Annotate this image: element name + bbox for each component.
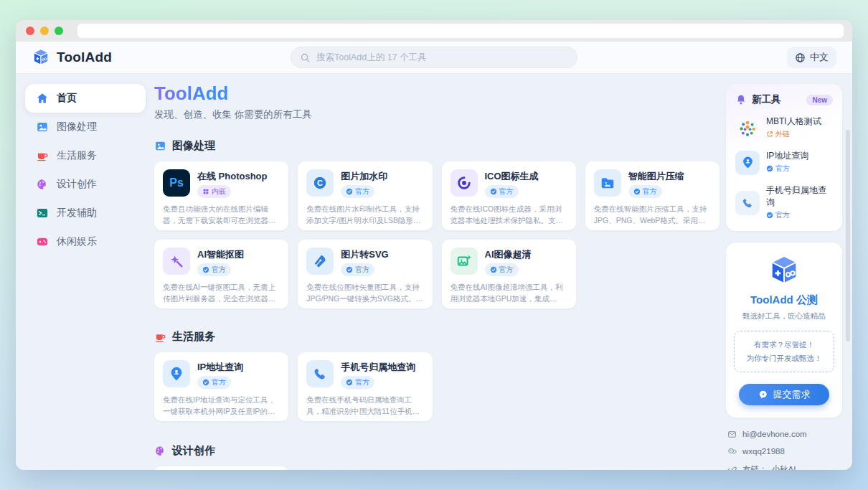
- sidebar: 首页 图像处理 生活服务 设计创作: [25, 84, 146, 256]
- search-icon: [300, 52, 311, 63]
- section-title: 图像处理: [172, 139, 215, 153]
- tool-card-ip-lookup[interactable]: IP地址查询 官方 免费在线IP地址查询与定位工具，一键获取本机外网IP及任意I…: [154, 352, 288, 421]
- tool-card-ai-upscale[interactable]: AI图像超清 官方 免费在线AI图像超清增强工具，利用浏览器本地GPU加速，集成…: [442, 240, 576, 308]
- terminal-icon: [36, 207, 49, 220]
- new-tool-item-mbti[interactable]: MBTI人格测试 外链: [735, 116, 833, 141]
- section-title: 设计创作: [172, 444, 215, 458]
- sidebar-item-home[interactable]: 首页: [25, 84, 146, 113]
- tool-card-image-compress[interactable]: 智能图片压缩 官方 免费在线智能图片压缩工具，支持JPG、PNG、WebP格式。…: [585, 161, 720, 230]
- official-badge: 官方: [341, 185, 374, 198]
- tooladd-cube-icon: [32, 48, 50, 67]
- globe-icon: [795, 52, 806, 63]
- chat-icon: [758, 390, 768, 400]
- url-bar[interactable]: [77, 24, 844, 38]
- palette-icon: [154, 445, 166, 457]
- check-circle-icon: [346, 188, 353, 195]
- app-header: ToolAdd 中文: [16, 42, 852, 74]
- tool-description: 免费在线ICO图标生成器，采用浏览器本地处理技术保护隐私。支持PNG、...: [450, 204, 567, 227]
- submit-request-button[interactable]: 提交需求: [739, 384, 829, 405]
- page-title: ToolAdd: [154, 83, 228, 105]
- photoshop-icon: Ps: [163, 169, 190, 197]
- new-tool-title: 手机号归属地查询: [766, 184, 833, 209]
- sidebar-item-label: 首页: [57, 92, 77, 105]
- official-badge: 官方: [485, 185, 519, 198]
- sidebar-item-label: 图像处理: [57, 121, 97, 133]
- brand-logo[interactable]: ToolAdd: [32, 48, 112, 67]
- tool-title: AI图像超清: [485, 248, 532, 260]
- coffee-icon: [154, 331, 166, 343]
- sidebar-item-label: 开发辅助: [57, 207, 97, 220]
- minimize-window-button[interactable]: [40, 27, 49, 35]
- tool-title: 图片转SVG: [341, 248, 388, 260]
- official-tag: 官方: [766, 210, 790, 220]
- check-circle-icon: [766, 165, 773, 172]
- browser-window: ToolAdd 中文 首页: [16, 20, 852, 470]
- palette-icon: [36, 178, 49, 191]
- sidebar-item-design[interactable]: 设计创作: [25, 170, 146, 199]
- new-tool-item-phone-lookup[interactable]: 手机号归属地查询 官方: [735, 184, 833, 222]
- submit-request-label: 提交需求: [773, 388, 811, 401]
- language-button[interactable]: 中文: [787, 47, 836, 68]
- email-text: hi@devhone.com: [742, 430, 807, 438]
- new-tool-item-ip-lookup[interactable]: IP地址查询 官方: [735, 150, 833, 175]
- tool-description: 免费在线位图转矢量图工具，支持JPG/PNG一键转换为SVG格式。采用...: [306, 282, 423, 305]
- tool-description: 免费在线智能图片压缩工具，支持JPG、PNG、WebP格式。采用浏览器...: [594, 204, 711, 227]
- location-pin-icon: [735, 151, 760, 175]
- official-badge: 官方: [341, 263, 374, 276]
- sidebar-item-dev-tools[interactable]: 开发辅助: [25, 199, 146, 227]
- tool-title: ICO图标生成: [485, 169, 539, 182]
- wechat-icon: [727, 447, 737, 456]
- ico-swirl-icon: [450, 169, 478, 197]
- coffee-icon: [36, 149, 49, 162]
- official-badge: 官方: [628, 185, 662, 198]
- sidebar-item-entertainment[interactable]: 休闲娱乐: [25, 227, 146, 256]
- search-bar[interactable]: [291, 47, 577, 68]
- friend-label: 友链：: [742, 464, 768, 470]
- tool-card-partial[interactable]: [154, 466, 288, 470]
- wechat-contact[interactable]: wxqq21988: [727, 447, 841, 456]
- external-link-icon: [766, 131, 773, 138]
- promo-note: 有需求？尽管提！ 为你专门开发或甄选！: [734, 331, 834, 372]
- puzzle-icon: [202, 188, 209, 195]
- tool-description: 免费在线AI一键抠图工具，无需上传图片到服务器，完全在浏览器本地运行...: [163, 282, 280, 305]
- close-window-button[interactable]: [26, 27, 34, 35]
- main-content: ToolAdd 发现、创造、收集 你需要的所有工具 图像处理 Ps 在线 Pho…: [154, 83, 720, 470]
- tool-description: 免费且功能强大的在线图片编辑器，无需下载安装即可在浏览器中使用类似...: [163, 204, 280, 227]
- tool-card-watermark[interactable]: C 图片加水印 官方 免费在线图片水印制作工具，支持添加文字/图片明水印及LSB…: [298, 161, 432, 230]
- friend-link[interactable]: 友链： 小秋AI: [727, 464, 841, 470]
- pen-nib-icon: [306, 248, 334, 275]
- tool-card-ico-generator[interactable]: ICO图标生成 官方 免费在线ICO图标生成器，采用浏览器本地处理技术保护隐私。…: [442, 161, 576, 230]
- bell-icon: [735, 94, 747, 105]
- tool-title: 智能图片压缩: [628, 169, 684, 182]
- section-header-life-services: 生活服务: [154, 330, 720, 344]
- tool-card-image-to-svg[interactable]: 图片转SVG 官方 免费在线位图转矢量图工具，支持JPG/PNG一键转换为SVG…: [298, 240, 432, 308]
- tool-title: 图片加水印: [341, 169, 387, 182]
- phone-icon: [306, 360, 334, 387]
- mbti-dots-icon: [735, 116, 760, 141]
- email-link[interactable]: hi@devhone.com: [727, 430, 841, 439]
- page-subtitle: 发现、创造、收集 你需要的所有工具: [154, 108, 720, 121]
- scrollbar-thumb[interactable]: [846, 130, 850, 341]
- image-icon: [36, 121, 49, 133]
- sidebar-item-label: 休闲娱乐: [57, 235, 97, 248]
- tools-grid: Ps 在线 Photoshop 内嵌 免费且功能强大的在线图片编辑器，无需下载安…: [154, 161, 720, 308]
- sidebar-item-label: 设计创作: [57, 178, 97, 191]
- search-input[interactable]: [316, 52, 568, 62]
- promo-subtitle: 甄选好工具，匠心造精品: [734, 311, 834, 321]
- official-badge: 官方: [341, 376, 374, 389]
- check-circle-icon: [490, 188, 497, 195]
- tool-description: 免费在线图片水印制作工具，支持添加文字/图片明水印及LSB隐形暗水印。...: [306, 204, 423, 227]
- section-title: 生活服务: [172, 330, 215, 344]
- wechat-text: wxqq21988: [742, 447, 785, 456]
- sidebar-item-life-services[interactable]: 生活服务: [25, 141, 146, 170]
- tool-card-photoshop[interactable]: Ps 在线 Photoshop 内嵌 免费且功能强大的在线图片编辑器，无需下载安…: [154, 161, 288, 230]
- tool-card-ai-matting[interactable]: AI智能抠图 官方 免费在线AI一键抠图工具，无需上传图片到服务器，完全在浏览器…: [154, 240, 288, 308]
- browser-chrome: [16, 20, 852, 42]
- tool-card-phone-lookup[interactable]: 手机号归属地查询 官方 免费在线手机号码归属地查询工具，精准识别中国大陆11位手…: [298, 352, 432, 421]
- tool-title: 手机号归属地查询: [341, 360, 415, 373]
- maximize-window-button[interactable]: [55, 27, 63, 35]
- image-icon: [154, 140, 166, 152]
- sidebar-item-image-tools[interactable]: 图像处理: [25, 113, 146, 141]
- new-tools-title: 新工具: [752, 93, 781, 106]
- official-badge: 官方: [197, 263, 231, 276]
